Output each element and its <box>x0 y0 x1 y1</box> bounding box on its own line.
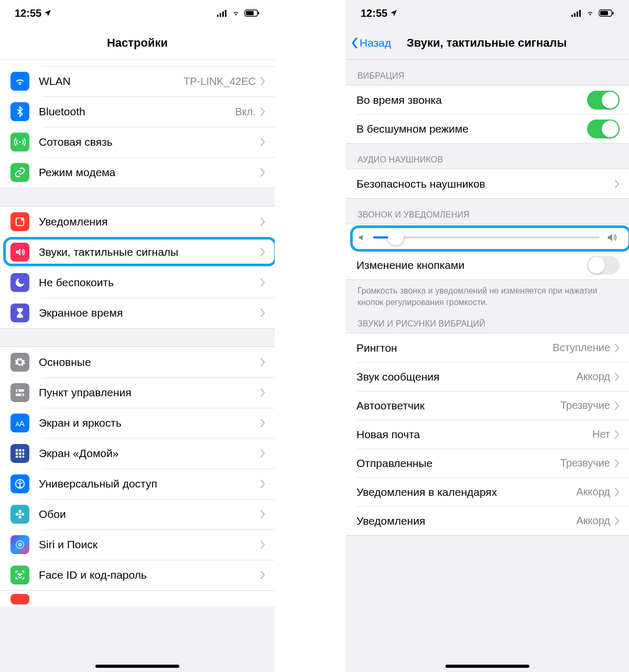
row-text-tone[interactable]: Звук сообщения Аккорд <box>346 362 629 391</box>
row-label: Во время звонка <box>356 94 587 106</box>
row-label: Рингтон <box>356 342 552 354</box>
flower-icon <box>10 505 29 524</box>
svg-point-33 <box>18 543 21 546</box>
toggles-icon <box>10 383 29 402</box>
row-label: В бесшумном режиме <box>356 123 587 135</box>
svg-point-7 <box>19 141 21 143</box>
volume-max-icon <box>606 232 617 243</box>
svg-point-13 <box>21 394 23 396</box>
svg-rect-11 <box>16 394 25 396</box>
svg-rect-41 <box>600 11 608 15</box>
svg-rect-6 <box>258 12 259 15</box>
battery-icon <box>244 9 260 17</box>
row-calendar-alerts[interactable]: Уведомления в календарях Аккорд <box>346 478 629 506</box>
row-label: Обои <box>39 508 260 521</box>
settings-row-dnd[interactable]: Не беспокоить <box>0 267 275 298</box>
link-icon <box>10 163 29 182</box>
volume-slider[interactable] <box>373 236 600 239</box>
row-label: Не беспокоить <box>39 276 260 289</box>
sounds-list[interactable]: ВИБРАЦИЯ Во время звонка В бесшумном реж… <box>346 60 629 672</box>
row-label: Сотовая связь <box>39 136 260 148</box>
settings-row-hotspot[interactable]: Режим модема <box>0 157 275 188</box>
settings-row-general[interactable]: Основные <box>0 347 275 377</box>
row-new-mail[interactable]: Новая почта Нет <box>346 420 629 449</box>
svg-point-30 <box>16 513 19 516</box>
home-indicator[interactable] <box>95 665 179 668</box>
settings-row-notifications[interactable]: Уведомления <box>0 207 275 237</box>
svg-rect-22 <box>16 456 18 458</box>
settings-row-home[interactable]: Экран «Домой» <box>0 438 275 469</box>
home-indicator[interactable] <box>446 665 529 668</box>
wifi-icon <box>231 9 241 17</box>
chevron-right-icon <box>260 449 265 458</box>
row-label: Безопасность наушников <box>356 178 614 190</box>
row-label: Звуки, тактильные сигналы <box>39 246 260 258</box>
antenna-icon <box>10 133 29 151</box>
toggle-vibrate-ring[interactable] <box>587 91 620 110</box>
settings-row-screentime[interactable]: Экранное время <box>0 298 275 328</box>
settings-screen: 12:55 Настройки WLAN TP-LINK_42EC <box>0 0 275 672</box>
svg-text:A: A <box>19 419 25 428</box>
row-value: Аккорд <box>576 371 610 383</box>
chevron-right-icon <box>614 402 620 410</box>
status-bar: 12:55 <box>346 0 629 26</box>
row-label: Экран и яркость <box>39 417 260 429</box>
svg-rect-21 <box>23 452 25 455</box>
settings-row-wallpaper[interactable]: Обои <box>0 499 275 529</box>
row-label: Отправленные <box>356 457 560 470</box>
svg-rect-19 <box>16 452 18 455</box>
row-change-with-buttons[interactable]: Изменение кнопками <box>346 251 629 279</box>
chevron-right-icon <box>260 358 265 366</box>
notifications-icon <box>10 212 29 231</box>
settings-list[interactable]: WLAN TP-LINK_42EC Bluetooth Вкл. Сотовая… <box>0 60 275 672</box>
settings-row-control-center[interactable]: Пункт управления <box>0 377 275 408</box>
row-label: Face ID и код-пароль <box>39 569 260 581</box>
row-label: Основные <box>39 356 260 368</box>
nav-title: Настройки <box>107 36 168 50</box>
back-button[interactable]: Назад <box>351 37 391 49</box>
toggle-change-buttons[interactable] <box>587 256 620 275</box>
row-label: Уведомления <box>356 515 576 527</box>
settings-row-display[interactable]: AA Экран и яркость <box>0 408 275 438</box>
settings-row-siri[interactable]: Siri и Поиск <box>0 529 275 560</box>
settings-row-wlan[interactable]: WLAN TP-LINK_42EC <box>0 66 275 96</box>
settings-row-bluetooth[interactable]: Bluetooth Вкл. <box>0 96 275 127</box>
row-label: Уведомления в календарях <box>356 486 576 498</box>
settings-row-faceid[interactable]: Face ID и код-пароль <box>0 560 275 590</box>
svg-rect-18 <box>23 449 25 452</box>
cellular-icon <box>217 9 227 17</box>
battery-icon <box>599 9 614 17</box>
row-vibrate-on-silent[interactable]: В бесшумном режиме <box>346 114 629 143</box>
textsize-icon: AA <box>10 414 29 432</box>
row-label: Siri и Поиск <box>39 538 260 551</box>
row-ringer-volume <box>346 224 629 251</box>
row-label: Автоответчик <box>356 399 560 412</box>
status-time: 12:55 <box>361 7 398 19</box>
wifi-icon <box>10 72 29 91</box>
svg-rect-39 <box>579 10 581 17</box>
chevron-right-icon <box>260 571 265 579</box>
nav-title: Звуки, тактильные сигналы <box>407 36 567 50</box>
row-sent-mail[interactable]: Отправленные Трезвучие <box>346 449 629 478</box>
chevron-right-icon <box>260 309 265 317</box>
toggle-vibrate-silent[interactable] <box>587 120 620 138</box>
row-label: WLAN <box>39 75 183 88</box>
settings-row-cellular[interactable]: Сотовая связь <box>0 127 275 157</box>
row-vibrate-on-ring[interactable]: Во время звонка <box>346 85 629 114</box>
row-headphone-safety[interactable]: Безопасность наушников <box>346 169 629 198</box>
chevron-right-icon <box>614 430 620 439</box>
row-reminder-alerts[interactable]: Уведомления Аккорд <box>346 506 629 535</box>
row-voicemail[interactable]: Автоответчик Трезвучие <box>346 391 629 420</box>
svg-rect-23 <box>19 456 21 458</box>
row-ringtone[interactable]: Рингтон Вступление <box>346 333 629 362</box>
svg-point-31 <box>21 513 25 516</box>
chevron-right-icon <box>260 540 265 549</box>
chevron-right-icon <box>614 517 620 525</box>
settings-row-sounds[interactable]: Звуки, тактильные сигналы <box>0 237 275 267</box>
chevron-right-icon <box>260 168 265 177</box>
row-value: Вступление <box>552 342 610 354</box>
svg-point-29 <box>18 516 21 519</box>
row-label: Экран «Домой» <box>39 447 260 460</box>
row-label: Новая почта <box>356 428 592 441</box>
settings-row-accessibility[interactable]: Универсальный доступ <box>0 469 275 499</box>
